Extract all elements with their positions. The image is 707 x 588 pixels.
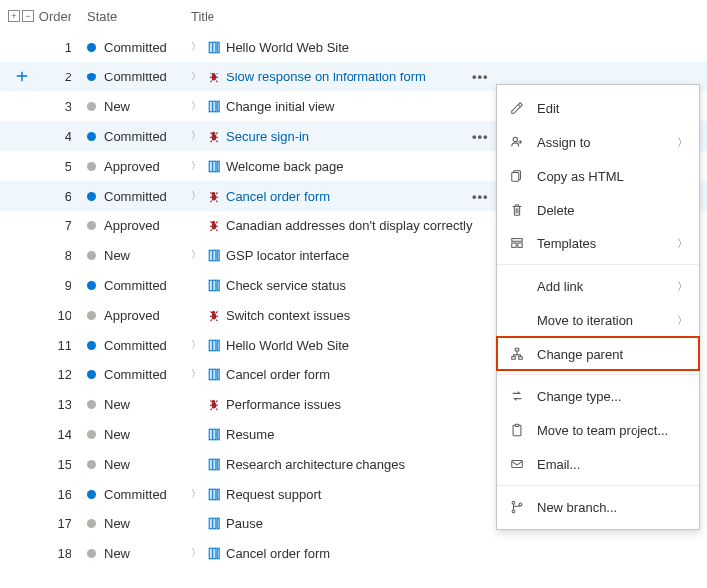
menu-edit[interactable]: Edit [497, 91, 699, 125]
state-text: Committed [104, 40, 167, 55]
pencil-icon [509, 100, 525, 116]
menu-move-team[interactable]: Move to team project... [497, 413, 699, 447]
hierarchy-icon [509, 346, 525, 362]
state-text: New [104, 99, 130, 114]
menu-label: Templates [537, 236, 665, 251]
menu-copy-html[interactable]: Copy as HTML [497, 159, 699, 193]
chevron-right-icon: 〉 [677, 236, 687, 251]
context-menu: Edit Assign to 〉 Copy as HTML Delete Tem… [496, 84, 700, 530]
svg-rect-27 [217, 340, 219, 351]
order-cell: 13 [36, 397, 83, 412]
order-cell: 9 [36, 278, 83, 293]
menu-label: Change parent [537, 347, 687, 362]
state-dot-icon [87, 400, 96, 409]
chevron-right-icon[interactable]: 〉 [191, 99, 201, 113]
pbi-icon [207, 516, 220, 530]
svg-rect-52 [512, 243, 516, 247]
menu-change-parent[interactable]: Change parent [497, 337, 699, 370]
more-actions-icon[interactable]: ••• [472, 70, 489, 84]
menu-assign-to[interactable]: Assign to 〉 [497, 125, 699, 159]
blank-icon [509, 278, 525, 294]
menu-move-iteration[interactable]: Move to iteration 〉 [497, 303, 699, 337]
pbi-icon [207, 427, 220, 441]
svg-rect-25 [209, 340, 212, 351]
title-text[interactable]: Secure sign-in [226, 129, 309, 144]
svg-point-60 [512, 501, 515, 504]
svg-rect-39 [209, 489, 212, 500]
menu-label: Change type... [537, 389, 687, 404]
column-state[interactable]: State [83, 9, 191, 24]
add-item-icon[interactable] [15, 70, 29, 83]
svg-rect-5 [209, 101, 212, 112]
menu-email[interactable]: Email... [497, 447, 699, 481]
svg-rect-11 [212, 161, 215, 172]
title-text: Research architecture changes [226, 457, 405, 472]
state-dot-icon [87, 490, 96, 499]
title-text: Cancel order form [226, 368, 330, 382]
menu-separator [497, 485, 699, 486]
pbi-icon [207, 40, 220, 54]
person-icon [509, 134, 525, 150]
column-order[interactable]: Order [36, 9, 83, 24]
menu-label: Copy as HTML [537, 169, 687, 184]
grid-header: + − Order State Title [0, 0, 707, 32]
svg-point-4 [212, 72, 214, 74]
chevron-right-icon[interactable]: 〉 [191, 40, 201, 54]
chevron-right-icon[interactable]: 〉 [191, 248, 201, 262]
svg-rect-55 [512, 357, 516, 360]
svg-rect-40 [212, 489, 215, 500]
chevron-right-icon[interactable]: 〉 [191, 487, 201, 501]
chevron-right-icon[interactable]: 〉 [191, 368, 201, 381]
menu-templates[interactable]: Templates 〉 [497, 226, 699, 260]
chevron-right-icon: 〉 [677, 313, 687, 328]
chevron-right-icon[interactable]: 〉 [191, 70, 201, 83]
pbi-icon [207, 248, 220, 262]
backlog-row[interactable]: 1Committed〉Hello World Web Site [0, 32, 707, 62]
menu-delete[interactable]: Delete [497, 193, 699, 226]
order-cell: 8 [36, 248, 83, 263]
state-text: New [104, 427, 130, 442]
state-dot-icon [87, 162, 96, 171]
svg-rect-37 [212, 459, 215, 470]
title-text[interactable]: Cancel order form [226, 189, 330, 204]
state-dot-icon [87, 370, 96, 379]
svg-rect-12 [217, 161, 219, 172]
svg-point-13 [211, 194, 216, 201]
more-actions-icon[interactable]: ••• [472, 129, 489, 144]
state-text: New [104, 516, 130, 531]
clipboard-icon [509, 422, 525, 438]
order-cell: 15 [36, 457, 83, 472]
svg-rect-51 [512, 239, 523, 242]
svg-rect-54 [515, 348, 519, 351]
state-text: Committed [104, 338, 167, 353]
menu-change-type[interactable]: Change type... [497, 379, 699, 413]
svg-rect-18 [212, 250, 215, 261]
svg-rect-36 [209, 459, 212, 470]
svg-rect-41 [217, 489, 219, 500]
menu-add-link[interactable]: Add link 〉 [497, 269, 699, 303]
state-dot-icon [87, 192, 96, 201]
chevron-right-icon[interactable]: 〉 [191, 159, 201, 173]
chevron-right-icon[interactable]: 〉 [191, 189, 201, 203]
chevron-right-icon[interactable]: 〉 [191, 129, 201, 143]
menu-label: Edit [537, 101, 687, 116]
column-title[interactable]: Title [191, 9, 699, 24]
svg-point-24 [212, 310, 214, 313]
chevron-right-icon: 〉 [677, 279, 687, 294]
more-actions-icon[interactable]: ••• [472, 189, 489, 204]
bug-icon [207, 129, 220, 143]
title-text[interactable]: Slow response on information form [226, 70, 426, 84]
backlog-row[interactable]: 18New〉Cancel order form [0, 538, 707, 568]
menu-label: Assign to [537, 135, 665, 150]
svg-rect-35 [217, 429, 219, 440]
menu-new-branch[interactable]: New branch... [497, 490, 699, 523]
svg-rect-44 [217, 518, 219, 529]
chevron-right-icon[interactable]: 〉 [191, 546, 201, 560]
state-text: Committed [104, 487, 167, 502]
svg-rect-53 [518, 243, 522, 247]
state-dot-icon [87, 549, 96, 558]
order-cell: 4 [36, 129, 83, 144]
collapse-all-icon[interactable]: − [22, 10, 34, 22]
expand-all-icon[interactable]: + [8, 10, 20, 22]
chevron-right-icon[interactable]: 〉 [191, 338, 201, 352]
